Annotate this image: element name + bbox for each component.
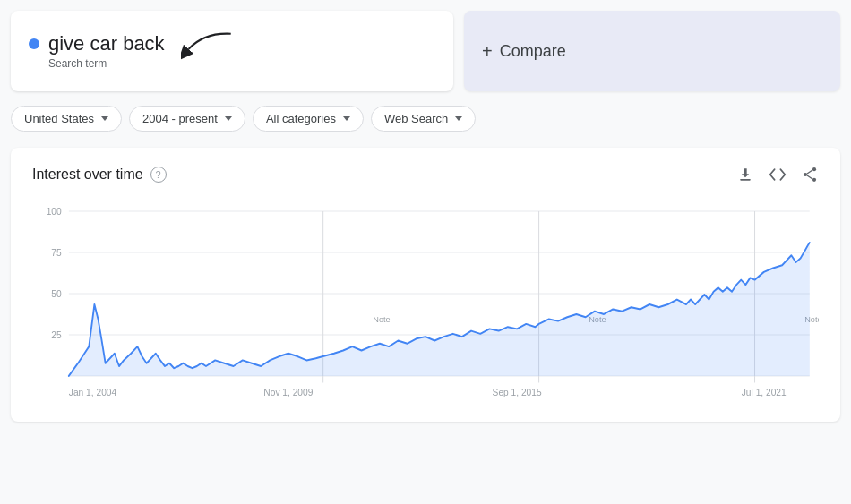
- svg-point-4: [812, 178, 816, 182]
- filter-category-label: All categories: [266, 112, 336, 125]
- x-label-2021: Jul 1, 2021: [742, 387, 787, 397]
- chart-container: 100 75 50 25 Note Note Note Jan 1, 2004 …: [32, 201, 819, 407]
- y-label-25: 25: [51, 329, 61, 340]
- chevron-down-icon: [225, 116, 232, 121]
- arrow-icon: [181, 25, 235, 61]
- filter-search-type[interactable]: Web Search: [371, 106, 476, 132]
- help-icon[interactable]: ?: [150, 167, 167, 183]
- chevron-down-icon: [101, 116, 108, 121]
- svg-point-2: [812, 167, 816, 171]
- filters-row: United States 2004 - present All categor…: [11, 102, 840, 135]
- chart-actions: [736, 166, 819, 184]
- chevron-down-icon: [455, 116, 462, 121]
- search-term-title-row: give car back: [29, 32, 435, 56]
- download-button[interactable]: [736, 166, 754, 184]
- filter-category[interactable]: All categories: [253, 106, 364, 132]
- search-term-label: give car back: [48, 32, 165, 56]
- filter-search-type-label: Web Search: [384, 112, 448, 125]
- svg-point-3: [804, 173, 807, 176]
- filter-region-label: United States: [24, 112, 94, 125]
- embed-icon: [769, 166, 787, 184]
- search-term-dot: [29, 38, 39, 49]
- trend-chart: 100 75 50 25 Note Note Note Jan 1, 2004 …: [32, 201, 819, 407]
- top-row: give car back Search term +: [11, 11, 840, 91]
- embed-button[interactable]: [769, 166, 787, 184]
- search-term-card: give car back Search term: [11, 11, 453, 91]
- chart-title: Interest over time: [32, 167, 143, 183]
- note-label-1: Note: [373, 314, 390, 324]
- share-button[interactable]: [801, 166, 819, 184]
- download-icon: [736, 166, 754, 184]
- svg-line-5: [807, 170, 812, 174]
- svg-line-6: [807, 175, 812, 179]
- chevron-down-icon: [343, 116, 350, 121]
- compare-card[interactable]: + Compare: [464, 11, 840, 91]
- x-label-2009: Nov 1, 2009: [263, 387, 313, 397]
- x-label-2015: Sep 1, 2015: [493, 387, 542, 397]
- chart-area-path: [69, 243, 810, 376]
- compare-label: Compare: [500, 42, 566, 61]
- chart-title-group: Interest over time ?: [32, 167, 167, 183]
- x-label-2004: Jan 1, 2004: [69, 387, 116, 397]
- search-term-subtitle: Search term: [48, 57, 435, 70]
- svg-rect-1: [740, 179, 751, 181]
- filter-period-label: 2004 - present: [142, 112, 218, 125]
- chart-section: Interest over time ?: [11, 148, 840, 422]
- y-label-100: 100: [47, 206, 62, 217]
- compare-plus-icon: +: [482, 41, 493, 62]
- chart-header: Interest over time ?: [32, 166, 819, 184]
- y-label-75: 75: [51, 247, 61, 258]
- filter-period[interactable]: 2004 - present: [129, 106, 245, 132]
- share-icon: [801, 166, 819, 184]
- arrow-annotation: [181, 25, 235, 64]
- filter-region[interactable]: United States: [11, 106, 122, 132]
- y-label-50: 50: [51, 288, 61, 299]
- page-wrapper: give car back Search term +: [0, 0, 851, 432]
